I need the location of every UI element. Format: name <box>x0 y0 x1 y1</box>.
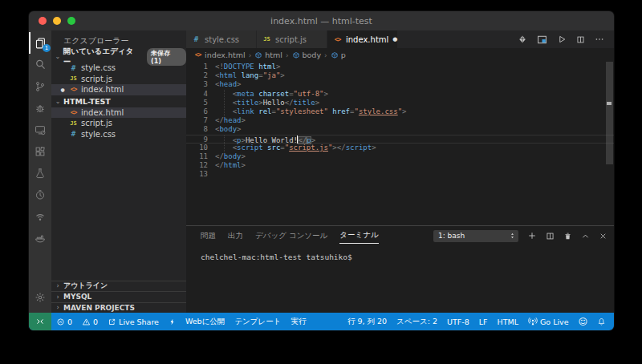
breadcrumb-label: html <box>265 51 282 59</box>
html-file-icon: <> <box>69 109 78 116</box>
activity-timer[interactable] <box>29 184 51 205</box>
tab-script.js[interactable]: JSscript.js <box>257 30 327 48</box>
status-go-live[interactable]: Go Live <box>523 313 574 330</box>
activity-badge: 1 <box>43 44 51 52</box>
kill-terminal-button[interactable] <box>563 232 572 241</box>
code-line-13[interactable]: 13 <box>186 170 614 179</box>
code-tag-icon: <> <box>193 51 202 59</box>
status-live-share[interactable]: Live Share <box>103 313 164 330</box>
maximize-panel-button[interactable] <box>581 232 590 241</box>
status-label: 0 <box>93 317 98 326</box>
status-run[interactable]: 実行 <box>286 313 311 330</box>
code-line-11[interactable]: 11</body> <box>186 152 614 161</box>
editor-scrollbar[interactable] <box>606 62 613 164</box>
open-editors-header[interactable]: ⌄ 開いているエディター 未保存 (1) <box>51 51 186 63</box>
terminal-output[interactable]: chelchel-mac:html-test tatsuhiko$ <box>186 245 614 261</box>
breadcrumb[interactable]: <>index.html›html›body›p <box>186 48 614 62</box>
status-indentation[interactable]: スペース: 2 <box>392 313 442 330</box>
tab-index.html[interactable]: <>index.html● <box>327 30 398 48</box>
line-content: <html lang="ja"> <box>215 71 285 80</box>
title-bar[interactable]: index.html — html-test <box>29 11 614 30</box>
close-panel-button[interactable] <box>599 232 607 241</box>
close-window-button[interactable] <box>39 17 47 25</box>
remote-indicator[interactable] <box>29 313 51 330</box>
breadcrumb-item-p[interactable]: p <box>331 51 346 59</box>
code-line-4[interactable]: 4 <meta charset="utf-8"> <box>186 90 614 99</box>
breadcrumb-item-body[interactable]: body <box>292 51 322 59</box>
activity-explorer[interactable]: 1 <box>29 32 51 54</box>
line-content: <meta charset="utf-8"> <box>215 90 328 99</box>
status-problems-warnings[interactable]: 0 <box>77 313 103 330</box>
status-notifications[interactable] <box>592 313 611 330</box>
status-label: 0 <box>67 317 72 326</box>
code-line-6[interactable]: 6 <link rel="stylesheet" href="style.css… <box>186 107 614 116</box>
open-preview-button[interactable] <box>518 34 527 44</box>
activity-search[interactable] <box>29 54 51 75</box>
code-line-5[interactable]: 5 <title>Hello</title> <box>186 99 614 107</box>
open-in-browser-button[interactable] <box>537 34 547 45</box>
code-line-3[interactable]: 3<head> <box>186 80 614 89</box>
activity-extensions[interactable] <box>29 140 51 162</box>
status-publish-web[interactable]: Webに公開 <box>181 313 230 330</box>
line-content: </head> <box>215 116 246 125</box>
activity-live-signal[interactable] <box>29 205 51 227</box>
activity-tests[interactable] <box>29 162 51 184</box>
status-eol[interactable]: LF <box>474 313 493 330</box>
activity-debug[interactable] <box>29 97 51 119</box>
breadcrumb-item-html[interactable]: html <box>254 51 282 59</box>
folder-header[interactable]: ⌄ HTML-TEST <box>51 95 186 107</box>
js-file-icon: JS <box>262 36 271 42</box>
more-actions-button[interactable] <box>595 34 604 44</box>
status-encoding[interactable]: UTF-8 <box>442 313 474 330</box>
panel-tab-output[interactable]: 出力 <box>228 229 243 244</box>
gear-icon <box>35 292 46 303</box>
panel-tab-problems[interactable]: 問題 <box>201 229 216 244</box>
minimize-window-button[interactable] <box>53 17 61 25</box>
code-line-1[interactable]: 1<!DOCTYPE html> <box>186 63 614 71</box>
code-line-9[interactable]: 9 <p>Hello World!</p> <box>186 135 614 144</box>
split-terminal-button[interactable] <box>546 232 555 241</box>
tree-item-index.html[interactable]: <>index.html <box>51 107 186 119</box>
code-line-2[interactable]: 2<html lang="ja"> <box>186 71 614 80</box>
activity-remote-explorer[interactable] <box>29 119 51 140</box>
sidebar-section-アウトライン[interactable]: ›アウトライン <box>51 281 186 292</box>
line-number: 11 <box>186 152 215 161</box>
open-editor-style.css[interactable]: #style.css <box>51 63 186 74</box>
tab-style.css[interactable]: #style.css <box>186 30 257 48</box>
code-editor[interactable]: 1<!DOCTYPE html>2<html lang="ja">3<head>… <box>186 62 614 225</box>
panel-actions: 1: bash <box>433 226 607 245</box>
activity-settings[interactable] <box>29 286 51 308</box>
activity-source-control[interactable] <box>29 75 51 97</box>
tree-item-style.css[interactable]: #style.css <box>51 129 186 140</box>
breadcrumb-label: p <box>341 51 346 59</box>
shell-selector-dropdown[interactable]: 1: bash <box>433 230 518 242</box>
open-editor-index.html[interactable]: ●<>index.html <box>51 84 186 95</box>
status-problems-errors[interactable]: 0 <box>51 313 77 330</box>
code-line-7[interactable]: 7</head> <box>186 116 614 125</box>
status-left-group: 00Live ShareWebに公開テンプレート実行 <box>51 313 311 330</box>
sidebar-section-MYSQL[interactable]: ›MYSQL <box>51 291 186 302</box>
status-template[interactable]: テンプレート <box>230 313 286 330</box>
activity-docker[interactable] <box>29 227 51 249</box>
symbol-box-icon <box>254 51 262 59</box>
status-label: Live Share <box>119 317 159 326</box>
status-language-mode[interactable]: HTML <box>493 313 523 330</box>
panel-tab-terminal[interactable]: ターミナル <box>339 228 378 244</box>
zoom-window-button[interactable] <box>67 17 75 25</box>
sidebar-section-MAVEN PROJECTS[interactable]: ›MAVEN PROJECTS <box>51 302 186 313</box>
tree-item-script.js[interactable]: JSscript.js <box>51 118 186 129</box>
code-line-12[interactable]: 12</html> <box>186 161 614 170</box>
code-line-8[interactable]: 8<body> <box>186 125 614 134</box>
panel-tab-debug-console[interactable]: デバッグ コンソール <box>255 229 327 244</box>
status-publish-bolt[interactable] <box>164 313 181 330</box>
file-tree: <>index.htmlJSscript.js#style.css <box>51 107 186 140</box>
status-feedback[interactable]: ☺ <box>574 313 592 330</box>
status-cursor-position[interactable]: 行 9, 列 20 <box>343 313 392 330</box>
split-editor-button[interactable] <box>576 35 585 44</box>
breadcrumb-label: index.html <box>205 51 246 59</box>
new-terminal-button[interactable] <box>527 231 537 241</box>
run-code-button[interactable] <box>557 34 567 44</box>
open-editor-script.js[interactable]: JSscript.js <box>51 74 186 85</box>
breadcrumb-item-index.html[interactable]: <>index.html <box>193 51 246 59</box>
code-line-10[interactable]: 10 <script src="script.js"></script> <box>186 144 614 152</box>
